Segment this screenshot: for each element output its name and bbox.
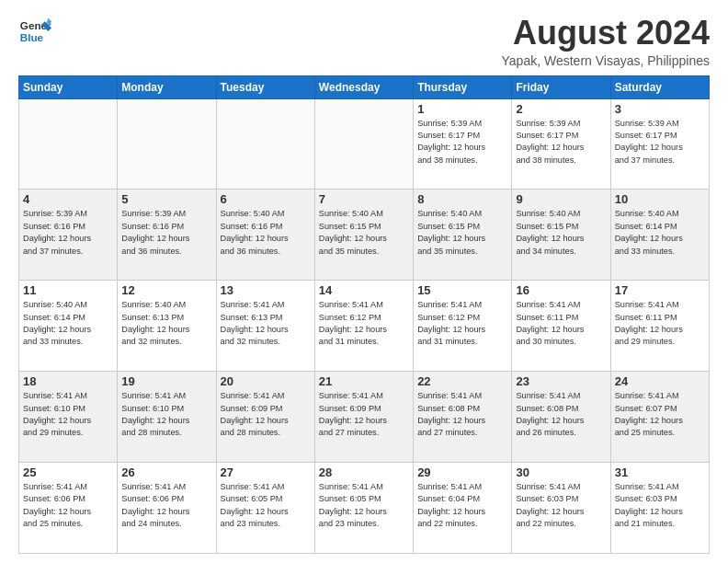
- day-info: Sunrise: 5:41 AMSunset: 6:13 PMDaylight:…: [221, 299, 311, 348]
- table-row: 11Sunrise: 5:40 AMSunset: 6:14 PMDayligh…: [19, 281, 118, 372]
- table-row: 26Sunrise: 5:41 AMSunset: 6:06 PMDayligh…: [118, 463, 216, 554]
- day-info: Sunrise: 5:40 AMSunset: 6:14 PMDaylight:…: [615, 208, 705, 257]
- month-title: August 2024: [502, 15, 710, 52]
- svg-text:Blue: Blue: [20, 31, 44, 43]
- table-row: 10Sunrise: 5:40 AMSunset: 6:14 PMDayligh…: [610, 190, 709, 281]
- day-number: 2: [516, 102, 606, 116]
- table-row: 30Sunrise: 5:41 AMSunset: 6:03 PMDayligh…: [512, 463, 610, 554]
- col-saturday: Saturday: [610, 75, 709, 98]
- day-number: 13: [221, 283, 311, 297]
- table-row: 9Sunrise: 5:40 AMSunset: 6:15 PMDaylight…: [512, 190, 610, 281]
- day-number: 6: [221, 192, 311, 206]
- table-row: 8Sunrise: 5:40 AMSunset: 6:15 PMDaylight…: [414, 190, 512, 281]
- day-info: Sunrise: 5:39 AMSunset: 6:17 PMDaylight:…: [417, 118, 507, 167]
- day-number: 18: [23, 374, 113, 388]
- day-info: Sunrise: 5:41 AMSunset: 6:04 PMDaylight:…: [417, 481, 507, 530]
- table-row: 19Sunrise: 5:41 AMSunset: 6:10 PMDayligh…: [118, 372, 216, 463]
- day-info: Sunrise: 5:41 AMSunset: 6:03 PMDaylight:…: [516, 481, 606, 530]
- table-row: [314, 98, 413, 190]
- header-row: Sunday Monday Tuesday Wednesday Thursday…: [19, 75, 710, 98]
- table-row: 2Sunrise: 5:39 AMSunset: 6:17 PMDaylight…: [512, 98, 610, 190]
- day-info: Sunrise: 5:41 AMSunset: 6:08 PMDaylight:…: [417, 390, 507, 439]
- col-thursday: Thursday: [414, 75, 512, 98]
- calendar-row-2: 4Sunrise: 5:39 AMSunset: 6:16 PMDaylight…: [19, 190, 710, 281]
- logo: General Blue: [18, 15, 51, 48]
- table-row: 31Sunrise: 5:41 AMSunset: 6:03 PMDayligh…: [610, 463, 709, 554]
- day-info: Sunrise: 5:41 AMSunset: 6:03 PMDaylight:…: [615, 481, 705, 530]
- day-number: 9: [516, 192, 606, 206]
- day-number: 29: [417, 465, 507, 479]
- col-monday: Monday: [118, 75, 216, 98]
- day-number: 16: [516, 283, 606, 297]
- day-info: Sunrise: 5:39 AMSunset: 6:16 PMDaylight:…: [121, 208, 211, 257]
- day-info: Sunrise: 5:40 AMSunset: 6:15 PMDaylight:…: [319, 208, 409, 257]
- table-row: 3Sunrise: 5:39 AMSunset: 6:17 PMDaylight…: [610, 98, 709, 190]
- calendar-table: Sunday Monday Tuesday Wednesday Thursday…: [18, 75, 710, 554]
- day-info: Sunrise: 5:40 AMSunset: 6:15 PMDaylight:…: [516, 208, 606, 257]
- table-row: 22Sunrise: 5:41 AMSunset: 6:08 PMDayligh…: [414, 372, 512, 463]
- table-row: 16Sunrise: 5:41 AMSunset: 6:11 PMDayligh…: [512, 281, 610, 372]
- day-number: 25: [23, 465, 113, 479]
- day-number: 22: [417, 374, 507, 388]
- day-number: 19: [121, 374, 211, 388]
- day-number: 15: [417, 283, 507, 297]
- table-row: [216, 98, 314, 190]
- day-number: 10: [615, 192, 705, 206]
- day-info: Sunrise: 5:40 AMSunset: 6:15 PMDaylight:…: [417, 208, 507, 257]
- calendar-row-4: 18Sunrise: 5:41 AMSunset: 6:10 PMDayligh…: [19, 372, 710, 463]
- day-number: 4: [23, 192, 113, 206]
- day-number: 1: [417, 102, 507, 116]
- table-row: 13Sunrise: 5:41 AMSunset: 6:13 PMDayligh…: [216, 281, 314, 372]
- table-row: 6Sunrise: 5:40 AMSunset: 6:16 PMDaylight…: [216, 190, 314, 281]
- header: General Blue August 2024 Yapak, Western …: [18, 15, 710, 68]
- table-row: 15Sunrise: 5:41 AMSunset: 6:12 PMDayligh…: [414, 281, 512, 372]
- day-info: Sunrise: 5:40 AMSunset: 6:16 PMDaylight:…: [221, 208, 311, 257]
- col-tuesday: Tuesday: [216, 75, 314, 98]
- calendar-row-5: 25Sunrise: 5:41 AMSunset: 6:06 PMDayligh…: [19, 463, 710, 554]
- table-row: 12Sunrise: 5:40 AMSunset: 6:13 PMDayligh…: [118, 281, 216, 372]
- day-info: Sunrise: 5:41 AMSunset: 6:12 PMDaylight:…: [417, 299, 507, 348]
- day-info: Sunrise: 5:41 AMSunset: 6:08 PMDaylight:…: [516, 390, 606, 439]
- table-row: 1Sunrise: 5:39 AMSunset: 6:17 PMDaylight…: [414, 98, 512, 190]
- table-row: [19, 98, 118, 190]
- day-number: 28: [319, 465, 409, 479]
- day-info: Sunrise: 5:41 AMSunset: 6:06 PMDaylight:…: [23, 481, 113, 530]
- day-info: Sunrise: 5:41 AMSunset: 6:09 PMDaylight:…: [221, 390, 311, 439]
- day-number: 27: [221, 465, 311, 479]
- day-info: Sunrise: 5:41 AMSunset: 6:05 PMDaylight:…: [221, 481, 311, 530]
- day-info: Sunrise: 5:39 AMSunset: 6:16 PMDaylight:…: [23, 208, 113, 257]
- table-row: 24Sunrise: 5:41 AMSunset: 6:07 PMDayligh…: [610, 372, 709, 463]
- table-row: 17Sunrise: 5:41 AMSunset: 6:11 PMDayligh…: [610, 281, 709, 372]
- day-info: Sunrise: 5:39 AMSunset: 6:17 PMDaylight:…: [516, 118, 606, 167]
- day-info: Sunrise: 5:41 AMSunset: 6:06 PMDaylight:…: [121, 481, 211, 530]
- day-number: 3: [615, 102, 705, 116]
- day-info: Sunrise: 5:41 AMSunset: 6:07 PMDaylight:…: [615, 390, 705, 439]
- table-row: 21Sunrise: 5:41 AMSunset: 6:09 PMDayligh…: [314, 372, 413, 463]
- table-row: 23Sunrise: 5:41 AMSunset: 6:08 PMDayligh…: [512, 372, 610, 463]
- page: General Blue August 2024 Yapak, Western …: [0, 0, 728, 563]
- table-row: 14Sunrise: 5:41 AMSunset: 6:12 PMDayligh…: [314, 281, 413, 372]
- day-info: Sunrise: 5:40 AMSunset: 6:13 PMDaylight:…: [121, 299, 211, 348]
- day-number: 30: [516, 465, 606, 479]
- day-number: 20: [221, 374, 311, 388]
- table-row: 25Sunrise: 5:41 AMSunset: 6:06 PMDayligh…: [19, 463, 118, 554]
- table-row: 7Sunrise: 5:40 AMSunset: 6:15 PMDaylight…: [314, 190, 413, 281]
- table-row: [118, 98, 216, 190]
- table-row: 27Sunrise: 5:41 AMSunset: 6:05 PMDayligh…: [216, 463, 314, 554]
- col-friday: Friday: [512, 75, 610, 98]
- day-number: 23: [516, 374, 606, 388]
- day-number: 11: [23, 283, 113, 297]
- calendar-row-3: 11Sunrise: 5:40 AMSunset: 6:14 PMDayligh…: [19, 281, 710, 372]
- table-row: 29Sunrise: 5:41 AMSunset: 6:04 PMDayligh…: [414, 463, 512, 554]
- day-info: Sunrise: 5:41 AMSunset: 6:11 PMDaylight:…: [615, 299, 705, 348]
- logo-icon: General Blue: [18, 15, 51, 48]
- day-number: 17: [615, 283, 705, 297]
- day-info: Sunrise: 5:39 AMSunset: 6:17 PMDaylight:…: [615, 118, 705, 167]
- day-info: Sunrise: 5:41 AMSunset: 6:05 PMDaylight:…: [319, 481, 409, 530]
- day-info: Sunrise: 5:40 AMSunset: 6:14 PMDaylight:…: [23, 299, 113, 348]
- day-number: 7: [319, 192, 409, 206]
- day-info: Sunrise: 5:41 AMSunset: 6:10 PMDaylight:…: [23, 390, 113, 439]
- table-row: 5Sunrise: 5:39 AMSunset: 6:16 PMDaylight…: [118, 190, 216, 281]
- day-info: Sunrise: 5:41 AMSunset: 6:09 PMDaylight:…: [319, 390, 409, 439]
- calendar-row-1: 1Sunrise: 5:39 AMSunset: 6:17 PMDaylight…: [19, 98, 710, 190]
